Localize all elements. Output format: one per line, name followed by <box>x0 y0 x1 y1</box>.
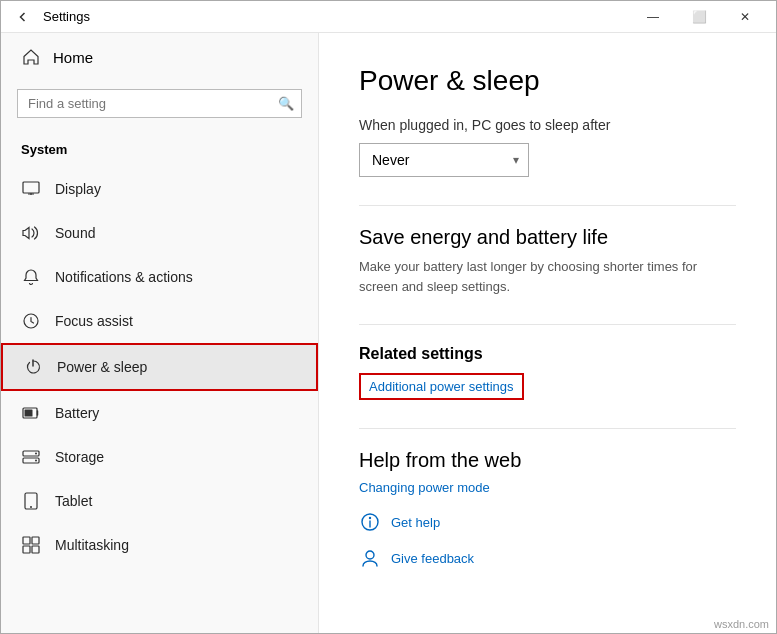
power-icon <box>23 357 43 377</box>
divider-3 <box>359 428 736 429</box>
additional-power-settings-link[interactable]: Additional power settings <box>359 373 524 400</box>
svg-point-14 <box>369 517 371 519</box>
energy-section: Save energy and battery life Make your b… <box>359 226 736 296</box>
sidebar-battery-label: Battery <box>55 405 99 421</box>
notifications-icon <box>21 267 41 287</box>
help-heading: Help from the web <box>359 449 736 472</box>
sidebar-notifications-label: Notifications & actions <box>55 269 193 285</box>
sleep-section: When plugged in, PC goes to sleep after … <box>359 117 736 177</box>
sidebar-item-notifications[interactable]: Notifications & actions <box>1 255 318 299</box>
back-button[interactable] <box>9 3 37 31</box>
energy-desc: Make your battery last longer by choosin… <box>359 257 736 296</box>
sidebar-multitasking-label: Multitasking <box>55 537 129 553</box>
sidebar-item-power[interactable]: Power & sleep <box>1 343 318 391</box>
watermark: wsxdn.com <box>714 618 769 630</box>
sound-icon <box>21 223 41 243</box>
maximize-button[interactable]: ⬜ <box>676 1 722 33</box>
sidebar-item-display[interactable]: Display <box>1 167 318 211</box>
related-heading: Related settings <box>359 345 736 363</box>
tablet-icon <box>21 491 41 511</box>
svg-rect-2 <box>25 410 33 417</box>
sleep-dropdown-wrapper: Never 1 minute 2 minutes 5 minutes 10 mi… <box>359 143 529 177</box>
storage-icon <box>21 447 41 467</box>
sleep-label: When plugged in, PC goes to sleep after <box>359 117 736 133</box>
sidebar-item-storage[interactable]: Storage <box>1 435 318 479</box>
sidebar-display-label: Display <box>55 181 101 197</box>
changing-power-mode-link[interactable]: Changing power mode <box>359 480 736 495</box>
titlebar: Settings — ⬜ ✕ <box>1 1 776 33</box>
sidebar-item-sound[interactable]: Sound <box>1 211 318 255</box>
search-wrapper: 🔍 <box>17 89 302 118</box>
energy-heading: Save energy and battery life <box>359 226 736 249</box>
sidebar-sound-label: Sound <box>55 225 95 241</box>
main-layout: Home 🔍 System Display <box>1 33 776 633</box>
sidebar-home-label: Home <box>53 49 93 66</box>
focus-icon <box>21 311 41 331</box>
battery-icon <box>21 403 41 423</box>
multitasking-icon <box>21 535 41 555</box>
get-help-link[interactable]: Get help <box>391 515 440 530</box>
divider-1 <box>359 205 736 206</box>
svg-point-5 <box>35 453 37 455</box>
sidebar-item-multitasking[interactable]: Multitasking <box>1 523 318 567</box>
sleep-dropdown[interactable]: Never 1 minute 2 minutes 5 minutes 10 mi… <box>359 143 529 177</box>
sidebar-power-label: Power & sleep <box>57 359 147 375</box>
get-help-icon <box>359 511 381 533</box>
svg-point-6 <box>35 460 37 462</box>
sidebar-storage-label: Storage <box>55 449 104 465</box>
svg-rect-9 <box>23 537 30 544</box>
sidebar-section-title: System <box>1 134 318 167</box>
svg-rect-10 <box>32 537 39 544</box>
give-feedback-link[interactable]: Give feedback <box>391 551 474 566</box>
display-icon <box>21 179 41 199</box>
give-feedback-icon <box>359 547 381 569</box>
settings-window: Settings — ⬜ ✕ Home 🔍 <box>0 0 777 634</box>
give-feedback-item: Give feedback <box>359 547 736 569</box>
svg-point-8 <box>30 506 32 508</box>
svg-rect-12 <box>32 546 39 553</box>
svg-rect-0 <box>23 182 39 193</box>
sidebar-item-battery[interactable]: Battery <box>1 391 318 435</box>
page-title: Power & sleep <box>359 65 736 97</box>
related-section: Related settings Additional power settin… <box>359 345 736 400</box>
home-icon <box>21 47 41 67</box>
get-help-item: Get help <box>359 511 736 533</box>
sidebar-home[interactable]: Home <box>1 33 318 81</box>
sidebar-tablet-label: Tablet <box>55 493 92 509</box>
sidebar-item-focus[interactable]: Focus assist <box>1 299 318 343</box>
sidebar-item-tablet[interactable]: Tablet <box>1 479 318 523</box>
sidebar: Home 🔍 System Display <box>1 33 319 633</box>
sidebar-search-area: 🔍 <box>1 81 318 134</box>
close-button[interactable]: ✕ <box>722 1 768 33</box>
content-area: Power & sleep When plugged in, PC goes t… <box>319 33 776 633</box>
minimize-button[interactable]: — <box>630 1 676 33</box>
svg-rect-11 <box>23 546 30 553</box>
divider-2 <box>359 324 736 325</box>
help-section: Help from the web Changing power mode Ge… <box>359 449 736 569</box>
svg-point-15 <box>366 551 374 559</box>
titlebar-title: Settings <box>43 9 630 24</box>
titlebar-controls: — ⬜ ✕ <box>630 1 768 33</box>
sidebar-focus-label: Focus assist <box>55 313 133 329</box>
search-input[interactable] <box>17 89 302 118</box>
